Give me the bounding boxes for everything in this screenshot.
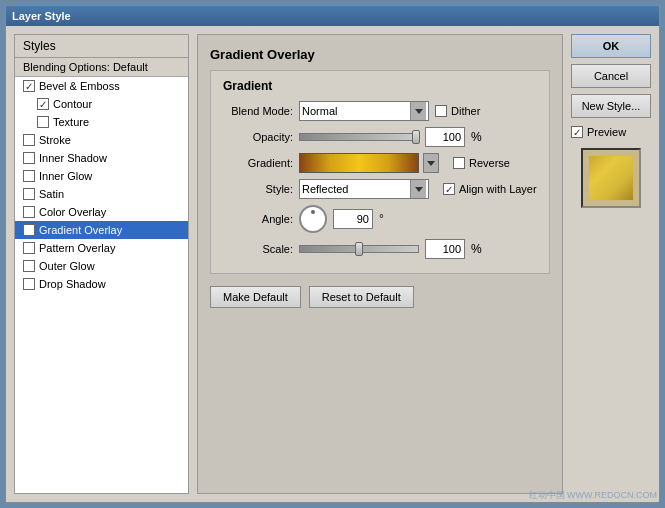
preview-label: Preview — [587, 126, 626, 138]
title-bar: Layer Style — [6, 6, 659, 26]
dither-label: Dither — [451, 105, 480, 117]
dither-check-label[interactable]: Dither — [435, 105, 480, 117]
angle-row: Angle: 90 ° — [223, 205, 537, 233]
blend-mode-arrow[interactable] — [410, 102, 426, 120]
main-panel: Gradient Overlay Gradient Blend Mode: No… — [197, 34, 563, 494]
chevron-down-icon-3 — [415, 187, 423, 192]
chevron-down-icon-2 — [427, 161, 435, 166]
dither-checkbox[interactable] — [435, 105, 447, 117]
texture-checkbox[interactable] — [37, 116, 49, 128]
outer-glow-label: Outer Glow — [39, 260, 95, 272]
gradient-overlay-label: Gradient Overlay — [39, 224, 122, 236]
cancel-button[interactable]: Cancel — [571, 64, 651, 88]
opacity-unit: % — [471, 130, 482, 144]
align-with-layer-text: Align with Layer — [459, 183, 537, 195]
new-style-button[interactable]: New Style... — [571, 94, 651, 118]
style-arrow[interactable] — [410, 180, 426, 198]
opacity-slider[interactable] — [299, 133, 419, 141]
layer-item-bevel-emboss[interactable]: Bevel & Emboss — [15, 77, 188, 95]
gradient-row: Gradient: Reverse — [223, 153, 537, 173]
angle-dial[interactable] — [299, 205, 327, 233]
style-select[interactable]: Reflected — [299, 179, 429, 199]
gradient-picker-row — [299, 153, 439, 173]
inner-shadow-label: Inner Shadow — [39, 152, 107, 164]
reverse-check-label[interactable]: Reverse — [453, 157, 510, 169]
color-overlay-label: Color Overlay — [39, 206, 106, 218]
scale-unit: % — [471, 242, 482, 256]
layer-item-stroke[interactable]: Stroke — [15, 131, 188, 149]
drop-shadow-label: Drop Shadow — [39, 278, 106, 290]
gradient-preview[interactable] — [299, 153, 419, 173]
contour-checkbox[interactable] — [37, 98, 49, 110]
layer-style-window: Layer Style Styles Blending Options: Def… — [5, 5, 660, 503]
texture-label: Texture — [53, 116, 89, 128]
blending-options-label[interactable]: Blending Options: Default — [15, 58, 188, 77]
left-panel: Styles Blending Options: Default Bevel &… — [14, 34, 189, 494]
layer-item-outer-glow[interactable]: Outer Glow — [15, 257, 188, 275]
angle-indicator — [311, 210, 315, 214]
align-with-layer-label[interactable]: Align with Layer — [443, 183, 537, 195]
stroke-label: Stroke — [39, 134, 71, 146]
blend-mode-select[interactable]: Normal — [299, 101, 429, 121]
gradient-overlay-checkbox[interactable] — [23, 224, 35, 236]
inner-glow-label: Inner Glow — [39, 170, 92, 182]
reverse-label: Reverse — [469, 157, 510, 169]
outer-glow-checkbox[interactable] — [23, 260, 35, 272]
opacity-thumb[interactable] — [412, 130, 420, 144]
layer-item-gradient-overlay[interactable]: Gradient Overlay — [15, 221, 188, 239]
align-with-layer-checkbox[interactable] — [443, 183, 455, 195]
scale-input[interactable]: 100 — [425, 239, 465, 259]
color-overlay-checkbox[interactable] — [23, 206, 35, 218]
opacity-input[interactable]: 100 — [425, 127, 465, 147]
main-content: Gradient Overlay Gradient Blend Mode: No… — [197, 34, 563, 494]
preview-checkbox[interactable] — [571, 126, 583, 138]
watermark: 红动中国 WWW.REDOCN.COM — [529, 489, 658, 502]
angle-label: Angle: — [223, 213, 293, 225]
scale-thumb[interactable] — [355, 242, 363, 256]
bevel-emboss-checkbox[interactable] — [23, 80, 35, 92]
reset-to-default-button[interactable]: Reset to Default — [309, 286, 414, 308]
contour-label: Contour — [53, 98, 92, 110]
styles-header: Styles — [15, 35, 188, 58]
satin-label: Satin — [39, 188, 64, 200]
blend-mode-label: Blend Mode: — [223, 105, 293, 117]
opacity-label: Opacity: — [223, 131, 293, 143]
scale-slider[interactable] — [299, 245, 419, 253]
make-default-button[interactable]: Make Default — [210, 286, 301, 308]
blend-mode-value: Normal — [302, 105, 337, 117]
satin-checkbox[interactable] — [23, 188, 35, 200]
layer-item-satin[interactable]: Satin — [15, 185, 188, 203]
gradient-label: Gradient: — [223, 157, 293, 169]
scale-row: Scale: 100 % — [223, 239, 537, 259]
drop-shadow-checkbox[interactable] — [23, 278, 35, 290]
inner-shadow-checkbox[interactable] — [23, 152, 35, 164]
gradient-dropdown-arrow[interactable] — [423, 153, 439, 173]
style-label: Style: — [223, 183, 293, 195]
preview-box — [581, 148, 641, 208]
layer-item-inner-glow[interactable]: Inner Glow — [15, 167, 188, 185]
bevel-emboss-label: Bevel & Emboss — [39, 80, 120, 92]
layer-item-contour[interactable]: Contour — [15, 95, 188, 113]
inner-glow-checkbox[interactable] — [23, 170, 35, 182]
layer-item-color-overlay[interactable]: Color Overlay — [15, 203, 188, 221]
angle-input[interactable]: 90 — [333, 209, 373, 229]
ok-button[interactable]: OK — [571, 34, 651, 58]
blend-mode-row: Blend Mode: Normal Dither — [223, 101, 537, 121]
layer-item-drop-shadow[interactable]: Drop Shadow — [15, 275, 188, 293]
reverse-checkbox[interactable] — [453, 157, 465, 169]
style-row: Style: Reflected Align with Layer — [223, 179, 537, 199]
scale-label: Scale: — [223, 243, 293, 255]
pattern-overlay-checkbox[interactable] — [23, 242, 35, 254]
layer-item-texture[interactable]: Texture — [15, 113, 188, 131]
gradient-sub-section: Gradient Blend Mode: Normal — [210, 70, 550, 274]
pattern-overlay-label: Pattern Overlay — [39, 242, 115, 254]
layer-item-inner-shadow[interactable]: Inner Shadow — [15, 149, 188, 167]
layer-item-pattern-overlay[interactable]: Pattern Overlay — [15, 239, 188, 257]
style-value: Reflected — [302, 183, 348, 195]
angle-unit: ° — [379, 212, 384, 226]
preview-thumbnail — [589, 156, 633, 200]
section-title: Gradient Overlay — [210, 47, 550, 62]
preview-check-row[interactable]: Preview — [571, 126, 651, 138]
sub-section-title: Gradient — [223, 79, 537, 93]
stroke-checkbox[interactable] — [23, 134, 35, 146]
